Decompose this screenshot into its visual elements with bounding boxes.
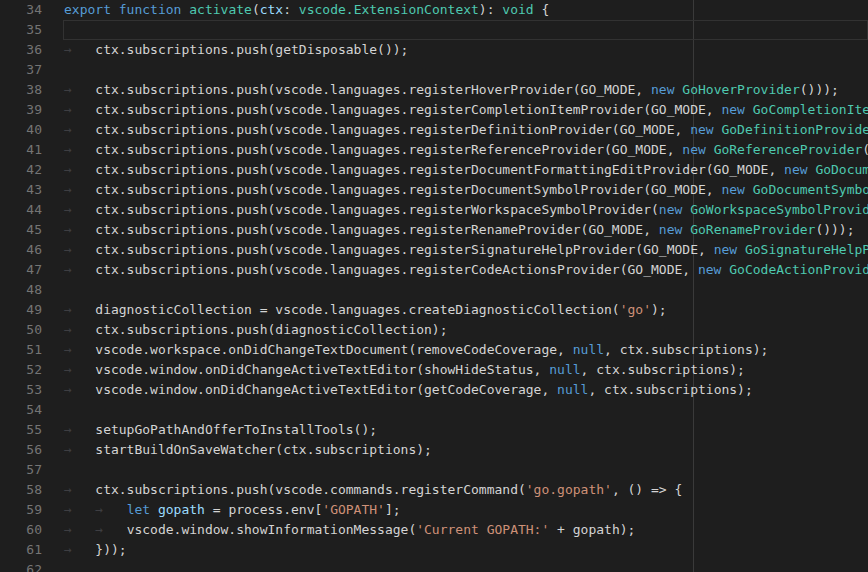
code-line[interactable]: 34export function activate(ctx: vscode.E… [0, 0, 868, 20]
line-number[interactable]: 49 [0, 300, 42, 320]
line-number[interactable]: 54 [0, 400, 42, 420]
code-line[interactable]: 43→ ctx.subscriptions.push(vscode.langua… [0, 180, 868, 200]
line-number[interactable]: 46 [0, 240, 42, 260]
token-kw: export [64, 2, 111, 17]
code-text: → diagnosticCollection = vscode.language… [64, 300, 667, 320]
code-line[interactable]: 51→ vscode.workspace.onDidChangeTextDocu… [0, 340, 868, 360]
line-number[interactable]: 34 [0, 0, 42, 20]
token-txt: })); [95, 542, 126, 557]
line-number[interactable]: 61 [0, 540, 42, 560]
token-kw: null [549, 362, 580, 377]
token-var: ctx [260, 2, 283, 17]
token-kw: new [714, 242, 737, 257]
code-line[interactable]: 48 [0, 280, 868, 300]
token-txt: ctx.subscriptions.push(vscode.languages.… [95, 142, 682, 157]
code-line[interactable]: 50→ ctx.subscriptions.push(diagnosticCol… [0, 320, 868, 340]
code-line[interactable]: 60→ → vscode.window.showInformationMessa… [0, 520, 868, 540]
code-line[interactable]: 40→ ctx.subscriptions.push(vscode.langua… [0, 120, 868, 140]
line-number[interactable]: 58 [0, 480, 42, 500]
code-text: → ctx.subscriptions.push(vscode.language… [64, 160, 868, 180]
line-number[interactable]: 37 [0, 60, 42, 80]
code-line[interactable]: 49→ diagnosticCollection = vscode.langua… [0, 300, 868, 320]
token-kw: new [690, 122, 713, 137]
code-text: → ctx.subscriptions.push(vscode.language… [64, 260, 868, 280]
code-line[interactable]: 52→ vscode.window.onDidChangeActiveTextE… [0, 360, 868, 380]
line-number[interactable]: 56 [0, 440, 42, 460]
code-line[interactable]: 61→ })); [0, 540, 868, 560]
line-number[interactable]: 44 [0, 200, 42, 220]
code-line[interactable]: 62 [0, 560, 868, 572]
code-line[interactable]: 57 [0, 460, 868, 480]
line-number[interactable]: 45 [0, 220, 42, 240]
line-number[interactable]: 35 [0, 20, 42, 40]
code-line[interactable]: 47→ ctx.subscriptions.push(vscode.langua… [0, 260, 868, 280]
line-number[interactable]: 55 [0, 420, 42, 440]
token-type: activate [189, 2, 252, 17]
token-kw: let [127, 502, 150, 517]
tab-indent-arrow-icon: → [64, 362, 95, 377]
line-number[interactable]: 59 [0, 500, 42, 520]
token-kw: new [721, 102, 744, 117]
line-number[interactable]: 57 [0, 460, 42, 480]
code-line[interactable]: 42→ ctx.subscriptions.push(vscode.langua… [0, 160, 868, 180]
tab-indent-arrow-icon: → [64, 122, 95, 137]
code-text: → setupGoPathAndOfferToInstallTools(); [64, 420, 377, 440]
token-type: GoRenameProvider [690, 222, 815, 237]
code-text: → })); [64, 540, 127, 560]
token-txt: setupGoPathAndOfferToInstallTools(); [95, 422, 377, 437]
code-text: → ctx.subscriptions.push(vscode.language… [64, 100, 868, 120]
code-text: → ctx.subscriptions.push(diagnosticColle… [64, 320, 448, 340]
code-line[interactable]: 56→ startBuildOnSaveWatcher(ctx.subscrip… [0, 440, 868, 460]
code-line[interactable]: 53→ vscode.window.onDidChangeActiveTextE… [0, 380, 868, 400]
line-number[interactable]: 43 [0, 180, 42, 200]
code-line[interactable]: 55→ setupGoPathAndOfferToInstallTools(); [0, 420, 868, 440]
tab-indent-arrow-icon: → [64, 82, 95, 97]
line-number[interactable]: 36 [0, 40, 42, 60]
token-txt: diagnosticCollection = vscode.languages.… [95, 302, 619, 317]
token-type: GoReferenceProvider [714, 142, 863, 157]
line-number[interactable]: 38 [0, 80, 42, 100]
line-number[interactable]: 62 [0, 560, 42, 572]
token-type: vscode.ExtensionContext [299, 2, 479, 17]
token-kw: new [682, 142, 705, 157]
code-text: export function activate(ctx: vscode.Ext… [64, 0, 549, 20]
code-line[interactable]: 59→ → let gopath = process.env['GOPATH']… [0, 500, 868, 520]
tab-indent-arrow-icon: → [64, 162, 95, 177]
token-txt: + gopath); [549, 522, 635, 537]
code-line[interactable]: 38→ ctx.subscriptions.push(vscode.langua… [0, 80, 868, 100]
code-line[interactable]: 35 [0, 20, 868, 40]
token-txt: ())); [815, 222, 854, 237]
code-line[interactable]: 54 [0, 400, 868, 420]
code-line[interactable]: 45→ ctx.subscriptions.push(vscode.langua… [0, 220, 868, 240]
token-txt: ( [252, 2, 260, 17]
code-text: → ctx.subscriptions.push(vscode.language… [64, 140, 868, 160]
line-number[interactable]: 50 [0, 320, 42, 340]
line-number[interactable]: 42 [0, 160, 42, 180]
code-editor[interactable]: 34export function activate(ctx: vscode.E… [0, 0, 868, 572]
tab-indent-arrow-icon: → [64, 522, 95, 537]
line-number[interactable]: 39 [0, 100, 42, 120]
code-line[interactable]: 36→ ctx.subscriptions.push(getDisposable… [0, 40, 868, 60]
line-number[interactable]: 52 [0, 360, 42, 380]
line-number[interactable]: 40 [0, 120, 42, 140]
line-number[interactable]: 48 [0, 280, 42, 300]
token-kw: null [557, 382, 588, 397]
token-kw: new [651, 82, 674, 97]
token-kw: new [698, 262, 721, 277]
code-line[interactable]: 46→ ctx.subscriptions.push(vscode.langua… [0, 240, 868, 260]
code-line[interactable]: 41→ ctx.subscriptions.push(vscode.langua… [0, 140, 868, 160]
token-var: gopath [158, 502, 205, 517]
token-str: 'Current GOPATH:' [416, 522, 549, 537]
code-line[interactable]: 44→ ctx.subscriptions.push(vscode.langua… [0, 200, 868, 220]
line-number[interactable]: 60 [0, 520, 42, 540]
line-number[interactable]: 41 [0, 140, 42, 160]
code-text: → ctx.subscriptions.push(vscode.language… [64, 80, 839, 100]
token-txt: ctx.subscriptions.push(vscode.languages.… [95, 182, 721, 197]
code-line[interactable]: 37 [0, 60, 868, 80]
line-number[interactable]: 47 [0, 260, 42, 280]
line-number[interactable]: 51 [0, 340, 42, 360]
line-number[interactable]: 53 [0, 380, 42, 400]
code-line[interactable]: 39→ ctx.subscriptions.push(vscode.langua… [0, 100, 868, 120]
code-line[interactable]: 58→ ctx.subscriptions.push(vscode.comman… [0, 480, 868, 500]
tab-indent-arrow-icon: → [95, 522, 126, 537]
